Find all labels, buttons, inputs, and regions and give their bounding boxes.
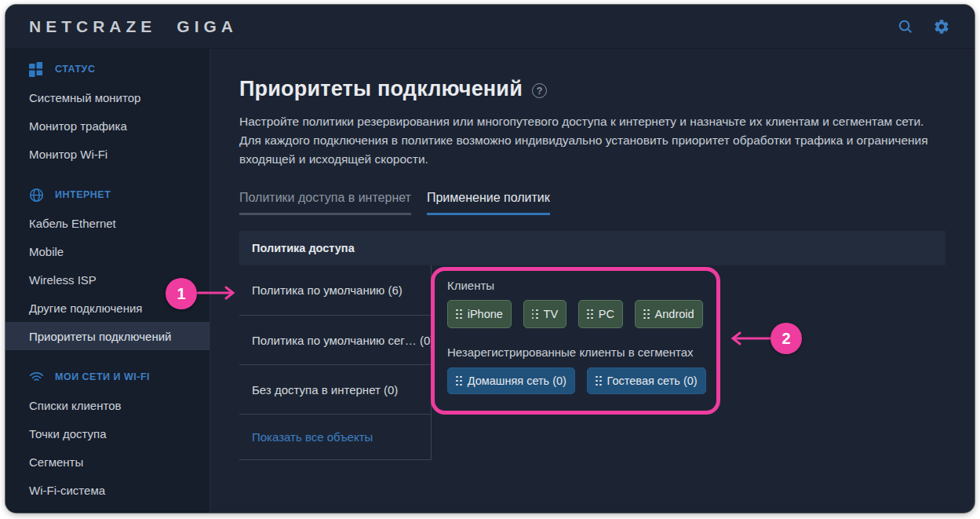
sidebar-item-traffic-monitor[interactable]: Монитор трафика bbox=[5, 111, 209, 140]
client-chip-label: PC bbox=[599, 308, 614, 320]
client-chip-tv[interactable]: TV bbox=[523, 300, 567, 328]
drag-handle-icon[interactable] bbox=[532, 309, 538, 320]
table-header: Политика доступа bbox=[239, 231, 945, 265]
sidebar-header-status: СТАТУС bbox=[5, 55, 209, 83]
client-chip-pc[interactable]: PC bbox=[578, 300, 623, 328]
brand-logo-part2: GIGA bbox=[177, 17, 238, 36]
sidebar-item-wifi-monitor[interactable]: Монитор Wi-Fi bbox=[5, 140, 209, 168]
sidebar-header-my-networks: МОИ СЕТИ И WI-FI bbox=[5, 363, 209, 391]
topbar: NETCRAZE GIGA bbox=[5, 5, 975, 49]
sidebar-item-segments[interactable]: Сегменты bbox=[5, 448, 209, 476]
brand-logo-part1: NETCRAZE bbox=[29, 17, 156, 36]
sidebar-header-label: МОИ СЕТИ И WI-FI bbox=[55, 371, 150, 382]
table-row-default-policy-seg[interactable]: Политика по умолчанию сег… (0) bbox=[239, 316, 431, 365]
main-content: Приоритеты подключений ? Настройте полит… bbox=[211, 49, 975, 513]
table-header-label: Политика доступа bbox=[252, 242, 355, 254]
sidebar-section-my-networks: МОИ СЕТИ И WI-FI Списки клиентов Точки д… bbox=[5, 363, 209, 504]
sidebar-header-label: ИНТЕРНЕТ bbox=[55, 189, 111, 200]
sidebar-item-access-points[interactable]: Точки доступа bbox=[5, 419, 209, 448]
segments-label: Незарегистрированные клиенты в сегментах bbox=[447, 345, 706, 360]
drag-handle-icon[interactable] bbox=[456, 376, 462, 386]
sidebar-section-status: СТАТУС Системный монитор Монитор трафика… bbox=[5, 55, 209, 168]
tab-bar: Политики доступа в интернет Применение п… bbox=[239, 191, 945, 215]
sidebar-item-other-connections[interactable]: Другие подключения bbox=[5, 294, 209, 322]
page-title: Приоритеты подключений bbox=[239, 77, 523, 101]
client-chip-label: Android bbox=[655, 308, 694, 320]
sidebar-item-ethernet[interactable]: Кабель Ethernet bbox=[5, 209, 209, 237]
brand-logo: NETCRAZE GIGA bbox=[29, 17, 238, 36]
drag-handle-icon[interactable] bbox=[596, 376, 602, 386]
sidebar-item-wifi-system[interactable]: Wi-Fi-система bbox=[5, 476, 209, 504]
app-window: NETCRAZE GIGA bbox=[5, 5, 975, 513]
show-all-objects-link[interactable]: Показать все объекты bbox=[239, 415, 431, 460]
tab-access-policies[interactable]: Политики доступа в интернет bbox=[239, 191, 411, 215]
globe-icon bbox=[29, 188, 44, 203]
sidebar-item-mobile[interactable]: Mobile bbox=[5, 237, 209, 265]
sidebar-item-client-lists[interactable]: Списки клиентов bbox=[5, 391, 209, 419]
client-chip-label: iPhone bbox=[468, 308, 503, 320]
segment-chip-home[interactable]: Домашняя сеть (0) bbox=[447, 367, 575, 394]
drag-handle-icon[interactable] bbox=[456, 309, 462, 320]
table-row-no-internet[interactable]: Без доступа в интернет (0) bbox=[239, 365, 431, 415]
client-chip-iphone[interactable]: iPhone bbox=[447, 300, 512, 328]
segment-chip-label: Домашняя сеть (0) bbox=[468, 375, 567, 387]
segment-chip-guest[interactable]: Гостевая сеть (0) bbox=[587, 367, 706, 394]
gear-icon[interactable] bbox=[932, 17, 951, 36]
sidebar-header-label: СТАТУС bbox=[55, 64, 95, 75]
annotation-highlight-box: Клиенты iPhone TV bbox=[431, 267, 720, 415]
client-chip-label: TV bbox=[544, 308, 559, 320]
help-icon[interactable]: ? bbox=[532, 83, 547, 98]
page-description: Настройте политики резервирования или мн… bbox=[239, 112, 945, 169]
sidebar-header-internet: ИНТЕРНЕТ bbox=[5, 181, 209, 209]
sidebar-item-system-monitor[interactable]: Системный монитор bbox=[5, 83, 209, 111]
sidebar: СТАТУС Системный монитор Монитор трафика… bbox=[5, 49, 210, 513]
search-icon[interactable] bbox=[896, 17, 915, 36]
policy-column: Политика по умолчанию (6) Политика по ум… bbox=[239, 265, 432, 460]
dashboard-icon bbox=[29, 62, 44, 77]
segment-chips: Домашняя сеть (0) Гостевая сеть (0) bbox=[447, 367, 706, 394]
clients-column: Клиенты iPhone TV bbox=[432, 265, 945, 415]
tab-policy-application[interactable]: Применение политик bbox=[427, 191, 550, 215]
drag-handle-icon[interactable] bbox=[587, 309, 593, 320]
segment-chip-label: Гостевая сеть (0) bbox=[607, 375, 698, 387]
sidebar-section-internet: ИНТЕРНЕТ Кабель Ethernet Mobile Wireless… bbox=[5, 181, 209, 350]
client-chips: iPhone TV PC bbox=[447, 300, 706, 328]
sidebar-item-wireless-isp[interactable]: Wireless ISP bbox=[5, 265, 209, 294]
sidebar-item-connection-priorities[interactable]: Приоритеты подключений bbox=[5, 322, 209, 350]
clients-label: Клиенты bbox=[447, 279, 706, 293]
wifi-icon bbox=[29, 370, 44, 385]
table-row-default-policy[interactable]: Политика по умолчанию (6) bbox=[239, 265, 431, 316]
client-chip-android[interactable]: Android bbox=[635, 300, 703, 328]
drag-handle-icon[interactable] bbox=[643, 309, 650, 320]
policy-table: Политика доступа Политика по умолчанию (… bbox=[239, 231, 945, 460]
